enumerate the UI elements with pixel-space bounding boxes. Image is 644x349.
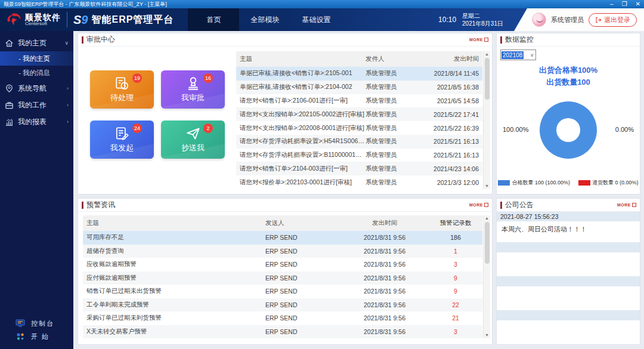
announcement-slot-empty [497,310,640,344]
logout-button[interactable]: 退出登录 [589,13,637,27]
cell-sender: 系统管理员 [366,151,420,159]
cell-sender: 系统管理员 [366,83,420,91]
announcement-item[interactable]: 2021-08-27 15:56:23本周六、周日公司活动！！！ [497,212,640,242]
approval-tile-cc[interactable]: 抄送我2 [161,121,225,159]
announcement-time: 2021-08-27 15:56:23 [497,212,640,221]
announcements-more-button[interactable]: MORE [617,203,636,207]
period-select[interactable]: 202108 ∨ [500,50,536,60]
todo-doc-icon [114,76,130,91]
cell-time: 2021/8/31 9:56 [337,288,432,295]
approval-table-scrollbar[interactable]: ▲ ▼ [483,51,490,189]
alerts-panel-title: 预警资讯 [86,200,115,210]
cell-time: 2021/6/5 14:58 [420,97,479,104]
cell-subject: 工令单到期未完成预警 [86,301,265,309]
alert-row[interactable]: X天未转交易客户预警ERP SEND2021/8/31 9:563 [83,325,482,339]
approval-row[interactable]: 单据已审核,请接收<销售订单>:2104-002系统管理员2021/8/5 16… [236,81,482,94]
approval-row[interactable]: 请您对<存货浮动耗损率设置>:H54R1S006002进行[审核]系统管理员20… [236,135,482,149]
legend-swatch [498,180,510,186]
approval-row[interactable]: 请您对<销售订单>:2106-001进行[一审]系统管理员2021/6/5 14… [236,94,482,108]
alert-row[interactable]: 应付账款逾期预警ERP SEND2021/8/31 9:569 [83,271,482,285]
briefcase-icon [5,101,14,110]
footer-label: 控制台 [31,319,54,328]
approval-tile-approved[interactable]: 我审批16 [161,70,225,109]
s9-logo: S9 [73,13,88,27]
avatar[interactable] [532,13,546,27]
alert-row[interactable]: 可用库存不足ERP SEND2021/8/31 9:56186 [83,231,482,245]
alert-row[interactable]: 工令单到期未完成预警ERP SEND2021/8/31 9:5622 [83,298,482,312]
approval-row[interactable]: 请您对<报价单>:202103-0001进行[审核]系统管理员2021/3/3 … [236,175,482,189]
alerts-table-scrollbar[interactable]: ▲ ▼ [483,215,490,338]
report-icon [5,118,14,126]
cell-sender: 系统管理员 [366,69,420,78]
sidebar-footer: 控制台开 始 [0,317,73,343]
company-logo: 顺景软件 Centersoft [0,8,61,31]
sidebar-group-3[interactable]: 我的报表› [0,113,73,130]
compass-icon [5,84,14,93]
approval-more-button[interactable]: MORE [469,38,488,42]
date-block: 星期二 2021年8月31日 [462,12,503,28]
monitor-panel-title: 数据监控 [505,35,534,45]
app-header: 顺景软件 Centersoft S9 智能ERP管理平台 首页全部模块基础设置 … [0,8,644,31]
footer-console-button[interactable]: 控制台 [0,317,73,330]
clock: 10:10 [438,16,456,24]
scroll-up-icon[interactable]: ▲ [485,52,489,57]
nav-tab-1[interactable]: 全部模块 [239,8,290,31]
cell-sender: ERP SEND [265,328,337,335]
scroll-up-icon[interactable]: ▲ [485,216,489,221]
cell-sender: ERP SEND [265,301,337,308]
sidebar-item-0-0[interactable]: - 我的主页 [0,51,73,66]
alert-row[interactable]: 销售订单已过期未出货预警ERP SEND2021/8/31 9:569 [83,285,482,298]
alerts-more-button[interactable]: MORE [469,203,488,207]
announcement-content [497,286,640,310]
footer-start-button[interactable]: 开 始 [0,330,73,343]
close-button[interactable]: ✕ [636,0,640,8]
sidebar-group-0[interactable]: 我的主页∨ [0,35,73,51]
alerts-table: 主题发送人发出时间预警记录数可用库存不足ERP SEND2021/8/31 9:… [83,215,482,338]
chevron-icon: › [67,119,69,125]
cell-time: 2021/8/31 9:56 [337,328,432,335]
cell-time: 2021/5/22 16:39 [420,125,479,132]
approval-table-header: 主题发件人发出时间 [236,51,482,67]
nav-tab-0[interactable]: 首页 [188,8,239,31]
col-time: 发出时间 [420,55,479,63]
sidebar-group-1[interactable]: 系统导航› [0,80,73,97]
header-divider [67,12,67,27]
approval-center-panel: 审批中心 MORE 待处理19我审批16我发起24抄送我2 主题发件人发出时间单… [78,33,493,194]
approval-row[interactable]: 请您对<支出报销单>:202008-0001进行[审核]系统管理员2021/5/… [236,121,482,135]
cell-time: 2021/8/31 9:56 [337,314,432,322]
logout-label: 退出登录 [604,16,630,24]
more-icon [484,38,488,42]
scroll-thumb[interactable] [485,222,490,264]
window-titlebar: 顺景S9智能ERP管理平台 - 广东顺景软件科技有限公司_ZY - [主菜单] … [0,0,644,8]
sidebar-group-2[interactable]: 我的工作› [0,97,73,113]
alert-row[interactable]: 采购订单已过期未到货预警ERP SEND2021/8/31 9:5621 [83,311,482,325]
approval-tile-pending[interactable]: 待处理19 [90,70,154,109]
window-title: 顺景S9智能ERP管理平台 - 广东顺景软件科技有限公司_ZY - [主菜单] [4,1,167,8]
sidebar-group-label: 我的主页 [18,38,47,48]
console-icon [16,319,25,328]
monitor-chart-title: 出货合格率100% 出货数量100 [497,64,640,88]
sidebar-item-0-1[interactable]: - 我的消息 [0,66,73,80]
minimize-button[interactable]: – [610,0,614,8]
approval-row[interactable]: 请您对<支出报销单>:202105-0002进行[审核]系统管理员2021/5/… [236,107,482,121]
scroll-down-icon[interactable]: ▼ [485,184,489,189]
alert-row[interactable]: 应收账款逾期预警ERP SEND2021/8/31 9:563 [83,258,482,271]
alert-row[interactable]: 超储存货查询ERP SEND2021/8/31 9:561 [83,245,482,258]
announcement-time [497,276,640,286]
cell-count: 21 [432,314,479,322]
cell-time: 2021/8/14 11:45 [420,70,479,77]
approval-tile-initiated[interactable]: 我发起24 [90,121,154,159]
cell-time: 2021/3/3 12:00 [420,179,479,186]
scroll-thumb[interactable] [485,58,490,100]
approval-row[interactable]: 请您对<存货浮动耗损率设置>:B11000001进行[审核]系统管理员2021/… [236,149,482,162]
maximize-button[interactable]: ❐ [622,0,627,8]
legend-item-0: 合格数量 100 (100.00%) [498,179,570,187]
scroll-down-icon[interactable]: ▼ [485,333,489,338]
approval-row[interactable]: 单据已审核,请接收<销售订单>:2105-001系统管理员2021/8/14 1… [236,67,482,81]
approval-row[interactable]: 请您对<销售订单>:2104-003进行[一审]系统管理员2021/4/23 1… [236,162,482,175]
nav-tab-2[interactable]: 基础设置 [290,8,342,31]
cell-subject: 请您对<支出报销单>:202105-0002进行[审核] [240,110,366,119]
logout-icon [595,17,602,23]
cell-subject: 销售订单已过期未出货预警 [86,287,265,295]
cell-time: 2021/8/31 9:56 [337,301,432,308]
